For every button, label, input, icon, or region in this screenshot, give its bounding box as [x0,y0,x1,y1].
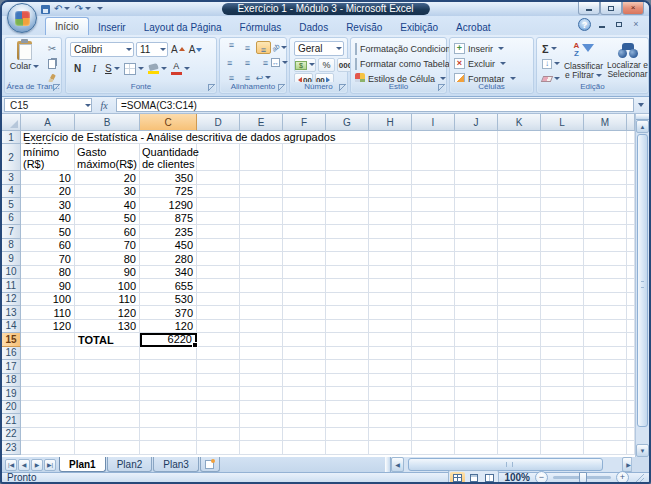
cell-B11[interactable]: 100 [75,279,140,293]
cell-L16[interactable] [541,347,584,361]
cell-L20[interactable] [541,401,584,415]
underline-button[interactable]: S [104,61,121,76]
cell-K10[interactable] [498,266,541,280]
style-dialog-launcher[interactable] [438,84,445,91]
cell-E3[interactable] [240,171,283,185]
cell-G2[interactable] [326,144,369,171]
cell-D10[interactable] [197,266,240,280]
cell-H19[interactable] [369,387,412,401]
cell-I16[interactable] [412,347,455,361]
sheet-tab-plan3[interactable]: Plan3 [153,457,199,472]
cell-J6[interactable] [455,212,498,226]
cell-I20[interactable] [412,401,455,415]
cell-B2[interactable]: Gastomáximo(R$) [75,144,140,171]
cut-button[interactable]: ✂ [44,42,60,55]
tab-revisão[interactable]: Revisão [337,19,391,35]
row-header-6[interactable]: 6 [2,212,21,226]
cell-G13[interactable] [326,306,369,320]
cell-M2[interactable] [584,144,627,171]
cell-L17[interactable] [541,360,584,374]
cell-L15[interactable] [541,333,584,347]
cell-F20[interactable] [283,401,326,415]
font-size-select[interactable]: 11 [136,42,168,57]
cell-C9[interactable]: 280 [140,252,197,266]
cell-K15[interactable] [498,333,541,347]
cell-B20[interactable] [75,401,140,415]
cell-C23[interactable] [140,441,197,455]
cell-E6[interactable] [240,212,283,226]
cell-M22[interactable] [584,428,627,442]
cell-B9[interactable]: 80 [75,252,140,266]
row-header-2[interactable]: 2 [2,144,21,171]
previous-sheet-button[interactable]: ◀ [18,459,30,471]
column-header-F[interactable]: F [283,114,326,131]
cell-A3[interactable]: 10 [21,171,75,185]
accounting-format-button[interactable]: $ [294,58,316,72]
cell-F4[interactable] [283,185,326,199]
cell-H20[interactable] [369,401,412,415]
cell-I7[interactable] [412,225,455,239]
cell-M16[interactable] [584,347,627,361]
delete-cells-button[interactable]: ×Excluir [450,56,533,71]
scroll-down-button[interactable]: ▼ [636,444,649,457]
cell-D21[interactable] [197,414,240,428]
cell-M3[interactable] [584,171,627,185]
fill-color-button[interactable] [147,61,168,76]
cell-L9[interactable] [541,252,584,266]
cell-A10[interactable]: 80 [21,266,75,280]
cell-D6[interactable] [197,212,240,226]
redo-button[interactable]: ↷ [74,4,90,14]
cell-F9[interactable] [283,252,326,266]
cell-B17[interactable] [75,360,140,374]
italic-button[interactable]: I [87,61,102,76]
cell-C8[interactable]: 450 [140,239,197,253]
column-header-C[interactable]: C [140,114,197,131]
tab-layout-da-página[interactable]: Layout da Página [135,19,231,35]
cell-E16[interactable] [240,347,283,361]
cell-J15[interactable] [455,333,498,347]
cell-G9[interactable] [326,252,369,266]
cell-I18[interactable] [412,374,455,388]
cell-I8[interactable] [412,239,455,253]
cell-B21[interactable] [75,414,140,428]
cell-L7[interactable] [541,225,584,239]
cell-I22[interactable] [412,428,455,442]
cell-A19[interactable] [21,387,75,401]
cell-M13[interactable] [584,306,627,320]
cell-A13[interactable]: 110 [21,306,75,320]
cell-I14[interactable] [412,320,455,334]
cell-D16[interactable] [197,347,240,361]
cell-D9[interactable] [197,252,240,266]
cell-C11[interactable]: 655 [140,279,197,293]
cell-D15[interactable] [197,333,240,347]
cell-B4[interactable]: 30 [75,185,140,199]
row-header-19[interactable]: 19 [2,387,21,401]
cell-C2[interactable]: Quantidadede clientes [140,144,197,171]
insert-worksheet-button[interactable] [200,457,220,472]
cell-F12[interactable] [283,293,326,307]
fill-button[interactable]: ↓ [542,57,560,70]
window-restore-button[interactable] [600,2,622,15]
cell-E17[interactable] [240,360,283,374]
cell-B22[interactable] [75,428,140,442]
row-header-22[interactable]: 22 [2,428,21,442]
cell-J13[interactable] [455,306,498,320]
shrink-font-button[interactable]: A [188,42,204,57]
cell-L12[interactable] [541,293,584,307]
column-header-M[interactable]: M [584,114,627,131]
cell-E15[interactable] [240,333,283,347]
column-header-I[interactable]: I [412,114,455,131]
font-color-button[interactable]: A [170,61,191,76]
cell-A23[interactable] [21,441,75,455]
row-header-21[interactable]: 21 [2,414,21,428]
vertical-scroll-thumb[interactable] [637,134,648,427]
cell-C5[interactable]: 1290 [140,198,197,212]
cell-H16[interactable] [369,347,412,361]
merge-center-button[interactable]: ↔ [272,56,287,69]
cell-H11[interactable] [369,279,412,293]
cell-B8[interactable]: 70 [75,239,140,253]
align-bottom-button[interactable]: ≡ [256,41,271,54]
cell-L4[interactable] [541,185,584,199]
name-box[interactable]: C15 [4,98,92,112]
cell-K2[interactable] [498,144,541,171]
